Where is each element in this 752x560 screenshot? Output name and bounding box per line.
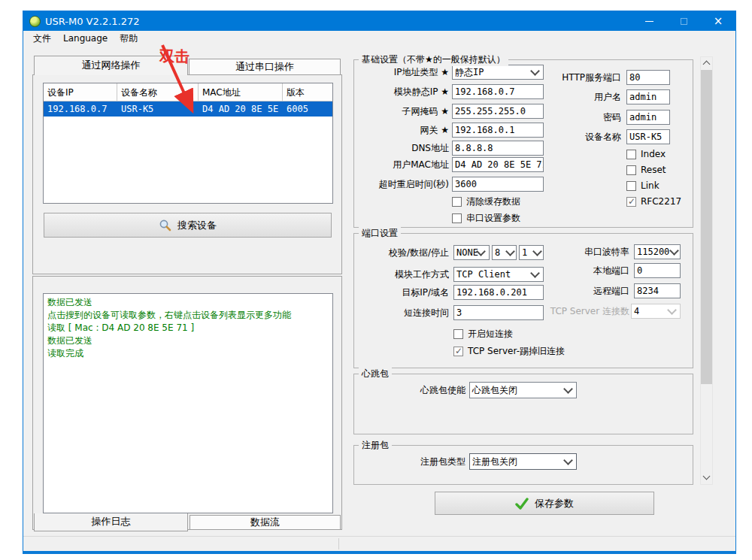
device-name-label: 设备名称 <box>520 129 621 144</box>
port-settings-group: 端口设置 校验/数据/停止 NONE 8 1 模块工作方式 TCP Client… <box>353 233 693 368</box>
kick-old-conn-label[interactable]: TCP Server-踢掉旧连接 <box>468 346 565 357</box>
tcp-server-conn-select[interactable]: 4 <box>631 304 681 319</box>
kick-old-conn-checkbox[interactable] <box>453 347 463 356</box>
check-icon <box>515 498 529 510</box>
databits-value: 8 <box>495 247 500 258</box>
scroll-down-button[interactable] <box>701 471 712 484</box>
screenshot-canvas: USR-M0 V2.2.1.272 × 文件 Language 帮助 通过网络操… <box>0 0 752 560</box>
rfc2217-checkbox[interactable] <box>626 197 636 207</box>
column-header-version[interactable]: 版本 <box>283 83 332 101</box>
cell-mac: D4 AD 20 8E 5E 71 <box>199 104 283 114</box>
link-checkbox[interactable] <box>626 181 636 191</box>
title-bar: USR-M0 V2.2.1.272 × <box>23 11 735 31</box>
parity-value: NONE <box>456 247 478 258</box>
tab-operation-log[interactable]: 操作日志 <box>34 513 188 531</box>
operation-log-area[interactable]: 数据已发送 点击搜到的设备可读取参数，右键点击设备列表显示更多功能 读取 [ M… <box>43 293 333 513</box>
search-device-button[interactable]: 搜索设备 <box>44 213 332 238</box>
short-conn-time-label: 短连接时间 <box>356 305 449 320</box>
heartbeat-enable-select[interactable]: 心跳包关闭 <box>469 382 577 398</box>
register-type-label: 注册包类型 <box>356 454 465 469</box>
http-port-field[interactable]: 80 <box>626 70 670 85</box>
timeout-field[interactable]: 3600 <box>452 177 544 192</box>
settings-scrollbar[interactable] <box>700 56 713 485</box>
serial-params-label[interactable]: 串口设置参数 <box>466 213 520 224</box>
basic-settings-group: 基础设置（不带★的一般保持默认） IP地址类型 ★ 静态IP 模块静态IP ★ … <box>353 59 693 228</box>
minimize-icon <box>645 21 653 22</box>
ip-type-value: 静态IP <box>455 66 484 79</box>
register-type-value: 注册包关闭 <box>472 456 517 468</box>
local-port-label: 本地端口 <box>535 263 629 278</box>
heartbeat-group: 心跳包 心跳包使能 心跳包关闭 <box>353 374 693 434</box>
databits-select[interactable]: 8 <box>492 245 517 260</box>
tcp-server-conn-label: TCP Server 连接数 <box>505 304 629 319</box>
local-port-field[interactable]: 0 <box>634 263 681 278</box>
status-bar-divider <box>338 538 339 549</box>
chevron-down-icon <box>669 246 679 256</box>
username-label: 用户名 <box>520 89 621 104</box>
device-name-field[interactable]: USR-K5 <box>626 129 670 144</box>
heartbeat-title: 心跳包 <box>359 368 392 380</box>
close-button[interactable]: × <box>701 11 735 31</box>
chevron-up-icon <box>703 61 711 68</box>
clear-cache-checkbox[interactable] <box>452 197 462 207</box>
scroll-up-button[interactable] <box>701 57 712 70</box>
reset-label[interactable]: Reset <box>641 165 666 176</box>
remote-port-field[interactable]: 8234 <box>634 283 681 298</box>
target-ip-field[interactable]: 192.168.0.201 <box>453 285 544 300</box>
index-checkbox[interactable] <box>626 150 636 159</box>
username-field[interactable]: admin <box>626 89 670 104</box>
close-icon: × <box>714 16 723 27</box>
register-type-select[interactable]: 注册包关闭 <box>469 453 577 470</box>
annotation-arrow <box>134 39 202 122</box>
log-line: 读取完成 <box>47 347 329 360</box>
window-title: USR-M0 V2.2.1.272 <box>45 16 632 27</box>
chevron-down-icon <box>505 247 515 256</box>
gateway-label: 网关 ★ <box>356 123 449 138</box>
chevron-down-icon <box>563 456 573 465</box>
maximize-button[interactable] <box>666 11 701 31</box>
column-header-device-ip[interactable]: 设备IP <box>44 83 117 101</box>
serial-params-checkbox[interactable] <box>452 213 462 223</box>
menu-file[interactable]: 文件 <box>27 31 57 46</box>
minimize-button[interactable] <box>632 11 666 31</box>
log-line: 点击搜到的设备可读取参数，右键点击设备列表显示更多功能 <box>47 309 329 322</box>
log-line: 读取 [ Mac : D4 AD 20 8E 5E 71 ] <box>47 322 329 334</box>
ip-type-label: IP地址类型 ★ <box>356 65 449 80</box>
status-bar <box>23 536 735 551</box>
work-mode-select[interactable]: TCP Client <box>453 267 544 282</box>
basic-settings-title: 基础设置（不带★的一般保持默认） <box>359 53 508 66</box>
tab-data-stream[interactable]: 数据流 <box>190 515 341 530</box>
baud-rate-select[interactable]: 115200 <box>634 244 681 259</box>
password-field[interactable]: admin <box>626 110 670 125</box>
app-window: USR-M0 V2.2.1.272 × 文件 Language 帮助 通过网络操… <box>23 11 736 554</box>
user-mac-label: 用户MAC地址 <box>356 157 449 172</box>
timeout-label: 超时重启时间(秒) <box>356 177 449 192</box>
cell-version: 6005 <box>283 104 332 114</box>
rfc2217-label[interactable]: RFC2217 <box>641 196 681 207</box>
chevron-down-icon <box>667 305 677 315</box>
cell-device-ip: 192.168.0.7 <box>44 104 117 114</box>
search-device-label: 搜索设备 <box>177 219 217 232</box>
register-title: 注册包 <box>359 439 392 452</box>
user-mac-field[interactable]: D4 AD 20 8E 5E 71 <box>452 157 544 172</box>
register-group: 注册包 注册包类型 注册包关闭 <box>353 445 693 485</box>
enable-short-conn-label[interactable]: 开启短连接 <box>468 328 513 340</box>
baud-rate-label: 串口波特率 <box>535 244 629 259</box>
index-label[interactable]: Index <box>641 149 666 160</box>
target-ip-label: 目标IP/域名 <box>356 285 449 300</box>
link-label[interactable]: Link <box>641 180 660 192</box>
save-params-button[interactable]: 保存参数 <box>435 492 654 515</box>
clear-cache-label[interactable]: 清除缓存数据 <box>466 196 520 207</box>
menu-language[interactable]: Language <box>57 31 114 46</box>
parity-select[interactable]: NONE <box>453 245 490 260</box>
scrollbar-thumb[interactable] <box>701 70 712 384</box>
enable-short-conn-checkbox[interactable] <box>453 329 463 339</box>
chevron-down-icon <box>563 384 573 394</box>
port-settings-title: 端口设置 <box>359 227 401 240</box>
reset-checkbox[interactable] <box>626 165 636 175</box>
stopbits-value: 1 <box>522 247 527 258</box>
static-ip-label: 模块静态IP ★ <box>356 84 449 99</box>
column-header-mac[interactable]: MAC地址 <box>199 83 283 101</box>
tab-serial-operation[interactable]: 通过串口操作 <box>189 59 341 75</box>
menu-bar: 文件 Language 帮助 <box>23 31 735 46</box>
